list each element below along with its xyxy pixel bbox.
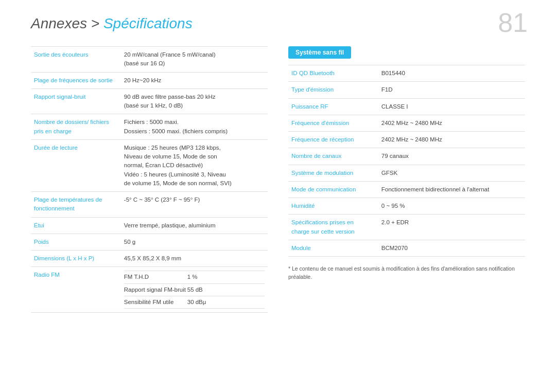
spec-value: B015440: [378, 65, 525, 82]
title-sep: >: [87, 15, 103, 31]
table-row: FM T.H.D1 %: [124, 271, 265, 283]
title-sub: Spécifications: [103, 15, 193, 31]
table-row: Système de modulationGFSK: [288, 165, 525, 181]
spec-value: 0 ~ 95 %: [378, 198, 525, 215]
page-number: 81: [498, 9, 528, 36]
table-row: Nombre de canaux79 canaux: [288, 148, 525, 165]
spec-label: Plage de fréquences de sortie: [31, 72, 121, 88]
table-row: Plage de températures de fonctionnement-…: [31, 192, 268, 218]
table-row: Type d'émissionF1D: [288, 82, 525, 98]
radio-fm-label: Radio FM: [31, 267, 121, 313]
spec-label: Puissance RF: [288, 98, 378, 115]
radio-fm-value: FM T.H.D1 %Rapport signal FM-bruit55 dBS…: [121, 267, 268, 313]
spec-value: 20 Hz~20 kHz: [121, 72, 268, 88]
spec-value: Fonctionnement bidirectionnel à l'altern…: [378, 181, 525, 198]
table-row: ID QD BluetoothB015440: [288, 65, 525, 82]
radio-fm-sub-table: FM T.H.D1 %Rapport signal FM-bruit55 dBS…: [124, 271, 265, 309]
spec-value: 20 mW/canal (France 5 mW/canal)(basé sur…: [121, 47, 268, 73]
spec-label: Sortie des écouteurs: [31, 47, 121, 73]
spec-value: 79 canaux: [378, 148, 525, 165]
spec-label: FM T.H.D: [124, 271, 187, 283]
spec-value: Musique : 25 heures (MP3 128 kbps,Niveau…: [121, 139, 268, 191]
spec-label: Nombre de canaux: [288, 148, 378, 165]
table-row: Rapport signal FM-bruit55 dB: [124, 283, 265, 296]
table-row: Rapport signal-bruit90 dB avec filtre pa…: [31, 88, 268, 114]
spec-value: 50 g: [121, 234, 268, 250]
spec-value: 2.0 + EDR: [378, 215, 525, 240]
spec-value: -5° C ~ 35° C (23° F ~ 95° F): [121, 192, 268, 218]
page-header: Annexes > Spécifications: [31, 15, 525, 32]
spec-value: 2402 MHz ~ 2480 MHz: [378, 132, 525, 148]
spec-label: Mode de communication: [288, 181, 378, 198]
spec-label: Sensibilité FM utile: [124, 296, 187, 308]
table-row: Plage de fréquences de sortie20 Hz~20 kH…: [31, 72, 268, 88]
table-row: Durée de lectureMusique : 25 heures (MP3…: [31, 139, 268, 191]
spec-value: CLASSE I: [378, 98, 525, 115]
table-row: Puissance RFCLASSE I: [288, 98, 525, 115]
spec-value: GFSK: [378, 165, 525, 181]
spec-label: Module: [288, 240, 378, 256]
table-row: Fréquence de réception2402 MHz ~ 2480 MH…: [288, 132, 525, 148]
spec-label: Dimensions (L x H x P): [31, 251, 121, 267]
table-row: Mode de communicationFonctionnement bidi…: [288, 181, 525, 198]
spec-label: Système de modulation: [288, 165, 378, 181]
title-main: Annexes: [31, 15, 87, 31]
right-column: Système sans fil ID QD BluetoothB015440T…: [288, 46, 525, 313]
table-row: Poids50 g: [31, 234, 268, 250]
spec-label: Fréquence d'émission: [288, 115, 378, 131]
table-row: Nombre de dossiers/ fichiers pris en cha…: [31, 114, 268, 140]
spec-label: Type d'émission: [288, 82, 378, 98]
spec-value: Verre trempé, plastique, aluminium: [121, 217, 268, 234]
spec-value: F1D: [378, 82, 525, 98]
spec-value: 2402 MHz ~ 2480 MHz: [378, 115, 525, 131]
spec-label: Fréquence de réception: [288, 132, 378, 148]
spec-label: Spécifications prises en charge sur cett…: [288, 215, 378, 240]
spec-label: Durée de lecture: [31, 139, 121, 191]
table-row: Spécifications prises en charge sur cett…: [288, 215, 525, 240]
table-row: Fréquence d'émission2402 MHz ~ 2480 MHz: [288, 115, 525, 131]
spec-value: 30 dBμ: [187, 296, 265, 308]
wireless-badge: Système sans fil: [288, 46, 351, 59]
spec-value: 55 dB: [187, 283, 265, 296]
spec-value: 45,5 X 85,2 X 8,9 mm: [121, 251, 268, 267]
content-columns: Sortie des écouteurs20 mW/canal (France …: [31, 46, 525, 313]
spec-label: Poids: [31, 234, 121, 250]
spec-label: Rapport signal FM-bruit: [124, 283, 187, 296]
spec-label: Plage de températures de fonctionnement: [31, 192, 121, 218]
right-spec-table: ID QD BluetoothB015440Type d'émissionF1D…: [288, 65, 525, 257]
footer-note: * Le contenu de ce manuel est soumis à m…: [288, 265, 525, 281]
left-spec-table: Sortie des écouteurs20 mW/canal (France …: [31, 46, 268, 313]
spec-label: Rapport signal-bruit: [31, 88, 121, 114]
spec-value: BCM2070: [378, 240, 525, 256]
table-row: Radio FMFM T.H.D1 %Rapport signal FM-bru…: [31, 267, 268, 313]
table-row: Dimensions (L x H x P)45,5 X 85,2 X 8,9 …: [31, 251, 268, 267]
spec-value: 90 dB avec filtre passe-bas 20 kHz(basé …: [121, 88, 268, 114]
left-column: Sortie des écouteurs20 mW/canal (France …: [31, 46, 268, 313]
table-row: ÉtuiVerre trempé, plastique, aluminium: [31, 217, 268, 234]
spec-label: Étui: [31, 217, 121, 234]
spec-value: 1 %: [187, 271, 265, 283]
table-row: ModuleBCM2070: [288, 240, 525, 256]
spec-label: ID QD Bluetooth: [288, 65, 378, 82]
spec-value: Fichiers : 5000 maxi.Dossiers : 5000 max…: [121, 114, 268, 140]
table-row: Sortie des écouteurs20 mW/canal (France …: [31, 47, 268, 73]
table-row: Sensibilité FM utile30 dBμ: [124, 296, 265, 308]
table-row: Humidité0 ~ 95 %: [288, 198, 525, 215]
page: 81 Annexes > Spécifications Sortie des é…: [0, 0, 556, 392]
spec-label: Humidité: [288, 198, 378, 215]
spec-label: Nombre de dossiers/ fichiers pris en cha…: [31, 114, 121, 140]
